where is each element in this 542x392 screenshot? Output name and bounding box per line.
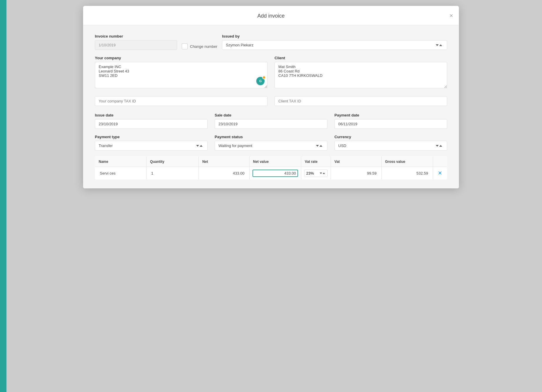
cell-gross-value[interactable] (381, 167, 433, 180)
item-net-input[interactable] (202, 170, 246, 177)
change-number-wrapper: Change number (182, 43, 217, 50)
payment-status-col: Payment status Waiting for payment Paid … (215, 135, 327, 151)
your-company-tax-col (95, 96, 267, 106)
your-company-textarea[interactable]: Example INC Leonard Street 43 SW11 2ED (95, 62, 267, 88)
payment-date-label: Payment date (334, 113, 447, 117)
issue-date-label: Issue date (95, 113, 208, 117)
payment-status-label: Payment status (215, 135, 327, 139)
sale-date-col: Sale date (215, 113, 327, 129)
issued-by-field: Issued by Szymon Piekarz (222, 34, 447, 50)
client-tax-input[interactable] (275, 96, 447, 106)
sidebar-stub (0, 0, 6, 392)
issued-by-select[interactable]: Szymon Piekarz (222, 40, 447, 50)
your-company-label: Your company (95, 56, 267, 60)
modal-title: Add invoice (257, 13, 285, 19)
invoice-number-label: Invoice number (95, 34, 177, 38)
cell-vat[interactable] (331, 167, 381, 180)
cell-delete[interactable]: ✕ (433, 167, 447, 180)
invoice-number-field: Invoice number (95, 34, 177, 50)
col-header-actions (433, 157, 447, 167)
col-header-vat-rate: Vat rate (301, 157, 331, 167)
modal-close-button[interactable]: × (450, 13, 453, 18)
payment-date-input[interactable] (334, 119, 447, 129)
cell-net-value[interactable] (249, 167, 301, 180)
cell-name[interactable] (95, 167, 147, 180)
modal-body: Invoice number Change number Issued by S… (83, 25, 459, 188)
issue-date-input[interactable] (95, 119, 208, 129)
table-row: 23% 8% 5% 0% ✕ (95, 167, 447, 180)
currency-select[interactable]: USD EUR GBP (334, 141, 447, 151)
client-tax-col (275, 96, 447, 106)
cell-quantity[interactable] (147, 167, 199, 180)
grammarly-badge (262, 76, 266, 79)
cell-vat-rate[interactable]: 23% 8% 5% 0% (301, 167, 331, 180)
payment-row: Payment type Transfer Cash Card Payment … (95, 135, 447, 151)
col-header-quantity: Quantity (147, 157, 199, 167)
sale-date-input[interactable] (215, 119, 327, 129)
your-company-textarea-container: Example INC Leonard Street 43 SW11 2ED G (95, 62, 267, 89)
invoice-number-row: Invoice number Change number Issued by S… (95, 34, 447, 50)
grammarly-letter: G (259, 79, 262, 83)
issued-by-label: Issued by (222, 34, 447, 38)
change-number-checkbox[interactable] (182, 43, 188, 49)
item-name-input[interactable] (98, 170, 143, 177)
invoice-number-input[interactable] (95, 40, 177, 50)
delete-row-button[interactable]: ✕ (436, 169, 444, 177)
table-header: Name Quantity Net Net value Vat rate Vat… (95, 157, 447, 167)
your-company-tax-input[interactable] (95, 96, 267, 106)
item-vat-input[interactable] (334, 170, 378, 177)
your-company-col: Your company Example INC Leonard Street … (95, 56, 267, 89)
client-textarea[interactable]: Mat Smith 86 Coast Rd CA10 7TH KIRKOSWAL… (275, 62, 447, 88)
cell-net[interactable] (199, 167, 250, 180)
client-label: Client (275, 56, 447, 60)
col-header-net-value: Net value (249, 157, 301, 167)
col-header-vat: Vat (331, 157, 381, 167)
col-header-name: Name (95, 157, 147, 167)
table-header-row: Name Quantity Net Net value Vat rate Vat… (95, 157, 447, 167)
item-quantity-input[interactable] (149, 170, 196, 177)
payment-status-select[interactable]: Waiting for payment Paid Overdue (215, 141, 327, 151)
company-client-row: Your company Example INC Leonard Street … (95, 56, 447, 89)
payment-type-col: Payment type Transfer Cash Card (95, 135, 208, 151)
table-body: 23% 8% 5% 0% ✕ (95, 167, 447, 180)
invoice-table: Name Quantity Net Net value Vat rate Vat… (95, 156, 447, 180)
tax-id-row (95, 96, 447, 106)
currency-col: Currency USD EUR GBP (334, 135, 447, 151)
dates-row: Issue date Sale date Payment date (95, 113, 447, 129)
issue-date-col: Issue date (95, 113, 208, 129)
sale-date-label: Sale date (215, 113, 327, 117)
client-col: Client Mat Smith 86 Coast Rd CA10 7TH KI… (275, 56, 447, 89)
item-vat-rate-select[interactable]: 23% 8% 5% 0% (304, 170, 328, 177)
payment-type-label: Payment type (95, 135, 208, 139)
payment-date-col: Payment date (334, 113, 447, 129)
currency-label: Currency (334, 135, 447, 139)
add-invoice-modal: Add invoice × Invoice number Change numb… (83, 6, 459, 188)
col-header-gross-value: Gross value (381, 157, 433, 167)
item-gross-value-input[interactable] (385, 170, 430, 177)
item-net-value-input[interactable] (253, 170, 298, 177)
grammarly-icon: G (256, 77, 265, 85)
payment-type-select[interactable]: Transfer Cash Card (95, 141, 208, 151)
col-header-net: Net (199, 157, 250, 167)
modal-header: Add invoice × (83, 6, 459, 25)
change-number-label: Change number (190, 44, 217, 49)
